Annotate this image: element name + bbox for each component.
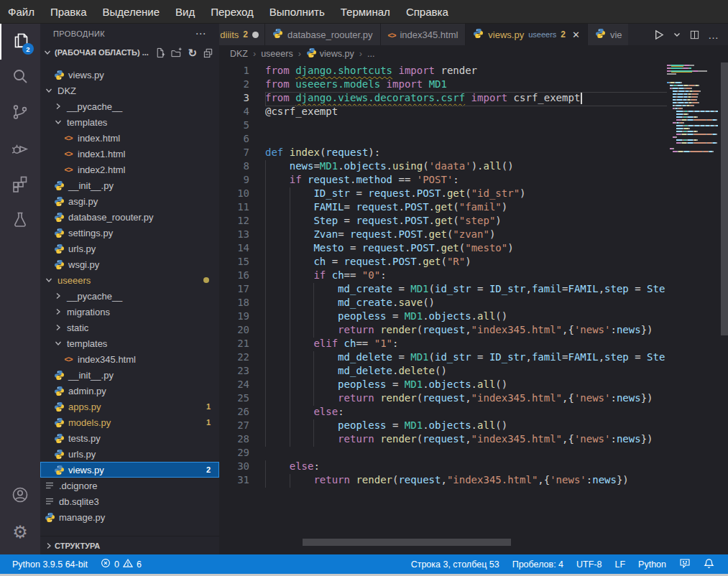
code-line-23[interactable]: md_delete.delete() bbox=[265, 365, 667, 378]
activity-source-control[interactable] bbox=[0, 96, 40, 131]
status-feedback[interactable] bbox=[673, 554, 697, 574]
breadcrumb-item-useeers[interactable]: useeers bbox=[261, 49, 292, 59]
tree-item-index-html[interactable]: <>index.html bbox=[40, 130, 219, 146]
activity-explorer[interactable]: 2 bbox=[0, 24, 40, 60]
code-line-17[interactable]: md_create = MD1(id_str = ID_str,famil=FA… bbox=[265, 283, 667, 297]
code-line-19[interactable]: peopless = MD1.objects.all() bbox=[265, 310, 667, 324]
code-line-3[interactable]: from django.views.decorators.csrf import… bbox=[265, 92, 667, 106]
tree-item-urls-py[interactable]: urls.py bbox=[40, 446, 219, 462]
code-line-9[interactable]: if request.method == 'POST': bbox=[265, 174, 667, 187]
code-line-18[interactable]: md_create.save() bbox=[265, 297, 667, 310]
tree-item-templates[interactable]: templates bbox=[40, 335, 219, 351]
horizontal-scrollbar[interactable] bbox=[303, 539, 511, 546]
tree-item-dkz[interactable]: DKZ bbox=[40, 83, 219, 98]
tree-item-pycache[interactable]: __pycache__ bbox=[40, 288, 219, 304]
tree-item-views-py[interactable]: views.py bbox=[40, 67, 219, 83]
tree-item-useeers[interactable]: useeers bbox=[40, 272, 219, 288]
minimap[interactable] bbox=[667, 65, 721, 554]
menu-вид[interactable]: Вид bbox=[167, 0, 203, 23]
menu-справка[interactable]: Справка bbox=[398, 0, 456, 23]
new-file-icon[interactable] bbox=[155, 47, 165, 58]
breadcrumb-item-views-py[interactable]: views.py bbox=[306, 47, 354, 60]
new-folder-icon[interactable] bbox=[171, 47, 182, 58]
code-line-26[interactable]: else: bbox=[265, 406, 667, 419]
tree-item-init-py[interactable]: __init__.py bbox=[40, 367, 219, 383]
tree-item-settings-py[interactable]: settings.py bbox=[40, 225, 219, 241]
more-actions-button[interactable]: … bbox=[708, 29, 719, 41]
code-line-14[interactable]: Mesto = request.POST.get("mesto") bbox=[265, 242, 667, 256]
code-line-27[interactable]: peopless = MD1.objects.all() bbox=[265, 419, 667, 433]
tree-item-static[interactable]: static bbox=[40, 320, 219, 335]
close-icon[interactable]: ✕ bbox=[572, 29, 580, 40]
code-line-15[interactable]: ch = request.POST.get("R") bbox=[265, 256, 667, 269]
activity-extensions[interactable] bbox=[0, 167, 40, 203]
menu-терминал[interactable]: Терминал bbox=[333, 0, 398, 23]
code-line-6[interactable] bbox=[265, 133, 667, 147]
code-line-4[interactable]: @csrf_exempt bbox=[265, 106, 667, 119]
menu-переход[interactable]: Переход bbox=[203, 0, 262, 23]
tree-item-manage-py[interactable]: manage.py bbox=[40, 509, 219, 525]
tree-item-database-roouter-py[interactable]: database_roouter.py bbox=[40, 209, 219, 225]
tree-item-wsgi-py[interactable]: wsgi.py bbox=[40, 256, 219, 272]
tree-item-index2-html[interactable]: <>index2.html bbox=[40, 162, 219, 177]
tree-item-index345-html[interactable]: <>index345.html bbox=[40, 351, 219, 367]
status-python-interpreter[interactable]: Python 3.9.5 64-bit bbox=[6, 554, 94, 574]
code-line-30[interactable]: else: bbox=[265, 460, 667, 474]
tab-index345-html[interactable]: <>index345.html bbox=[381, 24, 466, 45]
status-indentation[interactable]: Пробелов: 4 bbox=[506, 554, 570, 574]
breadcrumb-item-dkz[interactable]: DKZ bbox=[230, 49, 248, 59]
code-line-13[interactable]: Zvan= request.POST.get("zvan") bbox=[265, 228, 667, 242]
code-line-12[interactable]: Step = request.POST.get("step") bbox=[265, 215, 667, 228]
code-line-31[interactable]: return render(request,"index345.html",{'… bbox=[265, 474, 667, 488]
status-notifications[interactable] bbox=[697, 554, 721, 574]
code-line-5[interactable] bbox=[265, 119, 667, 133]
code-line-8[interactable]: news=MD1.objects.using('daata').all() bbox=[265, 160, 667, 174]
vertical-scrollbar[interactable] bbox=[721, 62, 728, 335]
tree-item-pycache[interactable]: __pycache__ bbox=[40, 98, 219, 114]
tab-database-roouter-py[interactable]: database_roouter.py bbox=[265, 24, 381, 45]
status-encoding[interactable]: UTF-8 bbox=[570, 554, 608, 574]
code-line-22[interactable]: md_delete = MD1(id_str = ID_str,famil=FA… bbox=[265, 351, 667, 365]
tree-item-templates[interactable]: templates bbox=[40, 114, 219, 130]
code-line-21[interactable]: elif ch== "1": bbox=[265, 338, 667, 351]
tree-item-init-py[interactable]: __init__.py bbox=[40, 177, 219, 193]
refresh-icon[interactable]: ↻ bbox=[188, 47, 197, 58]
status-problems[interactable]: 06 bbox=[94, 554, 148, 574]
tree-item-migrations[interactable]: migrations bbox=[40, 304, 219, 320]
run-dropdown-button[interactable] bbox=[673, 30, 681, 39]
tree-item-db-sqlite3[interactable]: db.sqlite3 bbox=[40, 493, 219, 509]
activity-accounts[interactable] bbox=[0, 478, 40, 514]
code-line-16[interactable]: if ch== "0": bbox=[265, 269, 667, 283]
activity-run-and-debug[interactable] bbox=[0, 131, 40, 167]
tree-item-admin-py[interactable]: admin.py bbox=[40, 383, 219, 399]
workspace-section-header[interactable]: (РАБОЧАЯ ОБЛАСТЬ) ... ↻ bbox=[40, 44, 219, 61]
menu-выделение[interactable]: Выделение bbox=[95, 0, 167, 23]
code-line-28[interactable]: return render(request,"index345.html",{'… bbox=[265, 433, 667, 447]
code-pane[interactable]: from django.shortcuts import renderfrom … bbox=[265, 65, 667, 554]
menu-файл[interactable]: Файл bbox=[0, 0, 42, 23]
tree-item-tests-py[interactable]: tests.py bbox=[40, 430, 219, 446]
code-line-24[interactable]: peopless = MD1.objects.all() bbox=[265, 378, 667, 392]
breadcrumb-item-[interactable]: ... bbox=[367, 49, 374, 59]
tree-item-views-py[interactable]: views.py2 bbox=[40, 462, 219, 478]
run-button[interactable] bbox=[653, 29, 665, 41]
outline-section-header[interactable]: СТРУКТУРА bbox=[40, 536, 219, 554]
activity-testing[interactable] bbox=[0, 203, 40, 239]
code-line-11[interactable]: FAMIL= request.POST.get("famil") bbox=[265, 201, 667, 215]
code-line-7[interactable]: def index(request): bbox=[265, 147, 667, 160]
tree-item-apps-py[interactable]: apps.py1 bbox=[40, 399, 219, 414]
code-line-10[interactable]: ID_str = request.POST.get("id_str") bbox=[265, 187, 667, 201]
menu-правка[interactable]: Правка bbox=[42, 0, 95, 23]
collapse-all-icon[interactable] bbox=[203, 47, 213, 58]
explorer-more-actions-icon[interactable]: ⋯ bbox=[195, 27, 206, 40]
activity-search[interactable] bbox=[0, 60, 40, 96]
tree-item-index1-html[interactable]: <>index1.html bbox=[40, 146, 219, 162]
menu-выполнить[interactable]: Выполнить bbox=[262, 0, 333, 23]
tab-views-py[interactable]: views.pyuseeers2✕ bbox=[466, 24, 588, 45]
status-eol[interactable]: LF bbox=[608, 554, 632, 574]
code-line-1[interactable]: from django.shortcuts import render bbox=[265, 65, 667, 78]
code-line-25[interactable]: return render(request,"index345.html",{'… bbox=[265, 392, 667, 406]
tree-item-dcignore[interactable]: .dcignore bbox=[40, 478, 219, 493]
status-cursor-position[interactable]: Строка 3, столбец 53 bbox=[405, 554, 506, 574]
tab-diiits[interactable]: diiits2 bbox=[219, 24, 265, 45]
